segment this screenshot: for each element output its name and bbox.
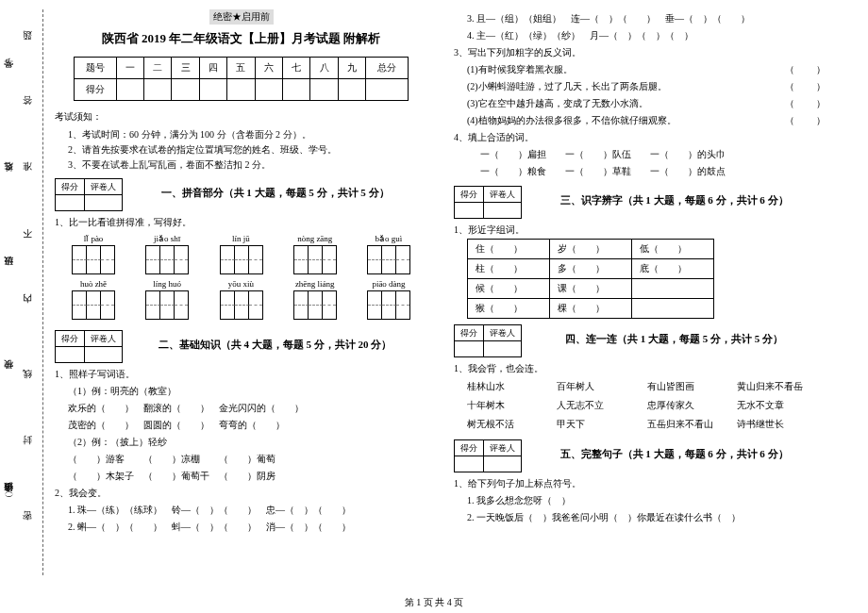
confidential-banner: 绝密★启用前 <box>209 9 274 25</box>
marker-label: 评卷人 <box>85 331 123 347</box>
match-item: 诗书继世长 <box>737 415 826 434</box>
score-head: 四 <box>199 58 226 79</box>
tian-grid <box>367 290 410 320</box>
marker-box: 得分评卷人 <box>454 324 522 357</box>
matching-block: 桂林山水 十年树木 树无根不活 百年树人 人无志不立 甲天下 有山皆图画 忠厚传… <box>467 377 826 434</box>
sentence-text: (2)小蝌蚪游哇游，过了几天，长出了两条后腿。 <box>467 81 667 91</box>
score-head: 三 <box>172 58 199 79</box>
pinyin-row: lǐ pào jiǎo shī lín jū nòng zāng bǎo guì <box>72 234 410 275</box>
fill-line: 欢乐的（ ） 翻滚的（ ） 金光闪闪的（ ） <box>55 400 427 416</box>
part2-title: 二、基础知识（共 4 大题，每题 5 分，共计 20 分） <box>123 338 427 352</box>
zi-cell: 岁（ ） <box>550 240 632 259</box>
match-item: 甲天下 <box>557 415 646 434</box>
sentence-line: (1)有时候我穿着黑衣服。（ ） <box>454 61 826 77</box>
score-head: 五 <box>227 58 255 79</box>
score-head: 八 <box>310 58 338 79</box>
notice-line: 1、考试时间：60 分钟，满分为 100 分（含卷面分 2 分）。 <box>68 127 427 142</box>
blank-paren: （ ） <box>785 78 826 94</box>
pinyin: bǎo guì <box>376 234 403 243</box>
sentence-line: (4)植物妈妈的办法很多很多，不信你就仔细观察。（ ） <box>454 112 826 128</box>
question-stem: 1、形近字组词。 <box>454 222 826 238</box>
match-item: 百年树人 <box>557 377 646 396</box>
tian-grid <box>72 290 115 320</box>
fill-line: 3. 且—（组）（姐组） 连—（ ）（ ） 垂—（ ）（ ） <box>454 10 826 26</box>
zi-cell: 候（ ） <box>468 279 550 299</box>
zi-cell: 低（ ） <box>632 240 714 259</box>
part1-title: 一、拼音部分（共 1 大题，每题 5 分，共计 5 分） <box>123 186 427 200</box>
question-stem: 2、我会变。 <box>55 485 427 501</box>
zi-cell: 底（ ） <box>632 259 714 279</box>
example-line: （2）例：（披上）轻纱 <box>55 434 427 450</box>
pinyin: nòng zāng <box>297 234 332 243</box>
question-stem: 3、写出下列加粗字的反义词。 <box>454 44 826 60</box>
score-head: 二 <box>144 58 172 79</box>
sentence-text: (4)植物妈妈的办法很多很多，不信你就仔细观察。 <box>467 115 676 125</box>
score-head: 总分 <box>366 58 409 79</box>
zi-cell <box>632 299 714 319</box>
match-item: 忠厚传家久 <box>647 396 737 415</box>
score-head: 题号 <box>74 58 116 79</box>
notice-line: 3、不要在试卷上乱写乱画，卷面不整洁扣 2 分。 <box>68 157 427 173</box>
pinyin: huò zhě <box>80 279 107 289</box>
notice-title: 考试须知： <box>55 110 427 124</box>
question-stem: 1、照样子写词语。 <box>55 366 427 382</box>
marker-label: 评卷人 <box>85 179 123 195</box>
binding-strip: 乡镇（街道） 学校 班级 姓名 学号 密 封 线 内 不 准 答 题 <box>0 0 26 566</box>
score-table: 题号 一 二 三 四 五 六 七 八 九 总分 得分 <box>74 57 409 101</box>
fill-line: 一（ ）扁担 一（ ）队伍 一（ ）的头巾 <box>454 146 826 162</box>
question-stem: 1、我会背，也会连。 <box>454 360 826 376</box>
tian-grid <box>145 245 189 274</box>
fill-line: （ ）木架子 （ ）葡萄干 （ ）阴房 <box>55 468 427 484</box>
zi-cell: 棵（ ） <box>550 299 632 319</box>
marker-box: 得分评卷人 <box>55 178 123 211</box>
zi-cell: 住（ ） <box>468 240 550 259</box>
sentence-text: (3)它在空中越升越高，变成了无数小水滴。 <box>467 98 648 108</box>
marker-box: 得分评卷人 <box>454 186 522 219</box>
pinyin: zhēng liáng <box>295 279 335 289</box>
blank-paren: （ ） <box>785 112 826 128</box>
tian-grid <box>220 290 263 320</box>
zi-cell <box>632 279 714 299</box>
exam-title: 陕西省 2019 年二年级语文【上册】月考试题 附解析 <box>55 30 427 47</box>
fill-line: 2. 一天晚饭后（ ）我爸爸问小明（ ）你最近在读什么书（ ） <box>454 509 826 525</box>
marker-label: 评卷人 <box>484 187 522 203</box>
match-item: 树无根不活 <box>467 415 557 434</box>
right-column: 3. 且—（组）（姐组） 连—（ ）（ ） 垂—（ ）（ ） 4. 主—（红）（… <box>441 9 840 589</box>
left-column: 绝密★启用前 陕西省 2019 年二年级语文【上册】月考试题 附解析 题号 一 … <box>28 9 441 589</box>
tian-grid <box>367 245 410 274</box>
page-footer: 第 1 页 共 4 页 <box>0 596 868 609</box>
tian-grid <box>293 245 337 274</box>
match-item: 五岳归来不看山 <box>647 415 737 434</box>
question-stem: 1、比一比看谁拼得准，写得好。 <box>55 214 427 230</box>
fill-line: 茂密的（ ） 圆圆的（ ） 弯弯的（ ） <box>55 417 427 433</box>
tian-grid <box>72 245 115 274</box>
fill-line: 4. 主—（红）（绿）（纱） 月—（ ）（ ）（ ） <box>454 27 826 43</box>
pinyin: lǐ pào <box>84 234 104 243</box>
cut-line <box>42 9 43 575</box>
sentence-line: (3)它在空中越升越高，变成了无数小水滴。（ ） <box>454 95 826 111</box>
score-head: 六 <box>255 58 282 79</box>
pinyin-row: huò zhě líng huó yōu xiù zhēng liáng piā… <box>72 279 410 321</box>
zi-table: 住（ ）岁（ ）低（ ） 柱（ ）多（ ）底（ ） 候（ ）课（ ） 猴（ ）棵… <box>467 239 714 319</box>
score-label: 得分 <box>56 179 85 195</box>
score-label: 得分 <box>455 440 484 456</box>
tian-grid <box>293 290 337 320</box>
marker-box: 得分评卷人 <box>454 439 522 472</box>
tian-grid <box>220 245 263 274</box>
score-label: 得分 <box>455 187 484 203</box>
pinyin: líng huó <box>153 279 181 289</box>
pinyin: piāo dàng <box>372 279 405 289</box>
match-item: 人无志不立 <box>557 396 646 415</box>
sentence-text: (1)有时候我穿着黑衣服。 <box>467 64 573 75</box>
match-item: 黄山归来不看岳 <box>737 377 826 396</box>
match-item: 十年树木 <box>467 396 557 415</box>
example-line: （1）例：明亮的（教室） <box>55 383 427 399</box>
sentence-line: (2)小蝌蚪游哇游，过了几天，长出了两条后腿。（ ） <box>454 78 826 94</box>
score-head: 七 <box>283 58 310 79</box>
match-item: 无水不文章 <box>737 396 826 415</box>
score-head: 一 <box>116 58 143 79</box>
notice-line: 2、请首先按要求在试卷的指定位置填写您的姓名、班级、学号。 <box>68 142 427 157</box>
pinyin: lín jū <box>232 234 250 243</box>
score-row-label: 得分 <box>74 79 116 101</box>
score-label: 得分 <box>455 325 484 341</box>
